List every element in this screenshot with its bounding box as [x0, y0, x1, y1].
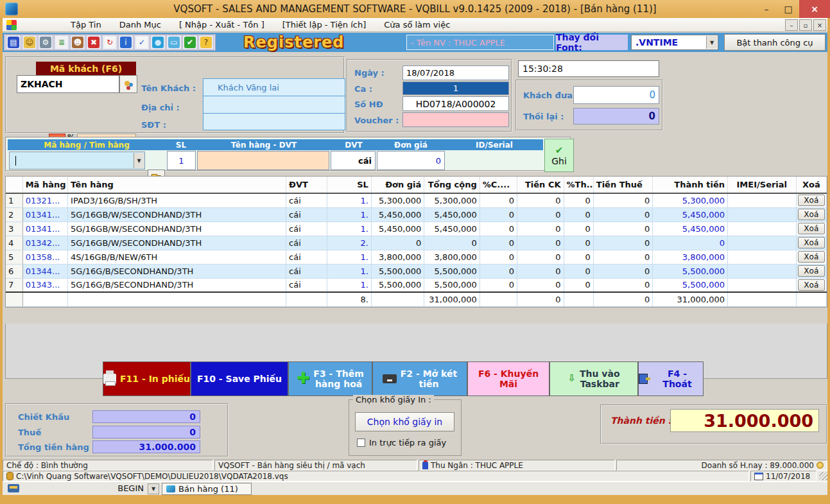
date-input[interactable]: 18/07/2018	[402, 65, 509, 80]
col-pct-tax[interactable]: %Th...	[564, 177, 593, 193]
mdi-restore-button[interactable]: ▫	[799, 19, 812, 31]
choose-paper-size-button[interactable]: Chọn khổ giấy in	[355, 412, 454, 431]
col-price[interactable]: Đơn giá	[371, 177, 424, 193]
table-row[interactable]: 4 01342... 5G/16GB/W/SECONDHAND/3TH cái …	[6, 236, 827, 250]
font-select[interactable]: .VNTIME ▼	[631, 35, 718, 50]
direct-print-checkbox[interactable]	[357, 439, 365, 447]
invoice-number-input[interactable]: HD0718/A000002	[402, 96, 509, 111]
customer-code-input[interactable]: ZKHACH	[17, 75, 119, 93]
table-row[interactable]: 2 01341... 5G/16GB/W/SECONDHAND/3TH cái …	[6, 207, 827, 222]
status-date[interactable]: 11/07/2018	[750, 471, 817, 482]
menu-inventory[interactable]: [ Nhập - Xuất - Tồn ]	[170, 18, 273, 32]
task-tab-ban-hang[interactable]: Bán hàng (11)	[162, 483, 252, 495]
close-button[interactable]: ×	[799, 0, 830, 18]
table-row[interactable]: 1 01321... IPAD3/16G/B/SH/3TH cái 1. 5,3…	[6, 193, 827, 207]
time-field[interactable]: 15:30:28	[518, 60, 659, 77]
entry-price-input[interactable]: 0	[377, 151, 445, 170]
cell-name: 4S/16GB/B/NEW/6TH	[68, 250, 286, 264]
save-icon[interactable]: ▤	[6, 35, 21, 50]
delete-row-button[interactable]: Xoá	[798, 237, 825, 248]
tools-icon[interactable]: ⚙	[38, 35, 53, 50]
cell-name: 5G/16G/B/SECONDHAND/3TH	[68, 264, 286, 278]
col-code[interactable]: Mã hàng	[22, 177, 67, 193]
cell-imei	[727, 250, 796, 264]
cell-amount: 0	[653, 236, 728, 250]
voucher-input[interactable]	[402, 112, 509, 127]
add-item-button[interactable]: ✚F3 - Thêm hàng hoá	[288, 361, 372, 396]
status-cashier: Thu Ngân : THUC APPLE	[419, 460, 615, 471]
col-delete[interactable]: Xoá	[796, 177, 826, 193]
chevron-down-icon[interactable]: ▼	[706, 36, 717, 49]
checkbox-icon[interactable]: ✔	[182, 35, 198, 50]
table-row[interactable]: 5 01358... 4S/16GB/B/NEW/6TH cái 1. 3,80…	[6, 250, 827, 264]
info-icon[interactable]: i	[118, 35, 134, 50]
cell-price: 3,800,000	[371, 250, 424, 264]
chevron-down-icon[interactable]: ▼	[134, 153, 144, 168]
minimize-button[interactable]: –	[756, 0, 777, 18]
col-ck[interactable]: Tiền CK	[517, 177, 564, 193]
menu-settings[interactable]: [Thiết lập - Tiện ích]	[273, 18, 375, 32]
users-icon[interactable]: ☻	[70, 35, 85, 50]
delete-row-button[interactable]: Xoá	[798, 279, 825, 291]
menu-catalog[interactable]: Danh Mục	[110, 18, 170, 32]
help-icon[interactable]: ?	[198, 35, 214, 50]
col-tax[interactable]: Tiền Thuế	[593, 177, 653, 193]
delete-row-button[interactable]: Xoá	[798, 195, 825, 206]
window-icon[interactable]: ▭	[166, 35, 182, 50]
refresh-icon[interactable]: ↻	[102, 35, 117, 50]
shift-field[interactable]: 1	[402, 82, 509, 95]
col-amount[interactable]: Thành tiền	[653, 177, 728, 193]
shift-label: Ca :	[354, 84, 372, 94]
cell-code: 01341...	[22, 222, 67, 236]
customer-name-input[interactable]: Khách Vãng lai	[203, 79, 345, 96]
save-receipt-button[interactable]: F10 - Save Phiếu	[191, 361, 288, 396]
begin-dropdown-button[interactable]: ▼	[148, 483, 159, 494]
refresh-doc-icon[interactable]: ≣	[54, 35, 69, 50]
status-mode: Chế độ : Bình thường	[3, 460, 213, 471]
table-row[interactable]: 6 01344... 5G/16G/B/SECONDHAND/3TH cái 1…	[6, 264, 827, 278]
registered-watermark: Registered	[243, 33, 345, 51]
mdi-close-button[interactable]: ×	[813, 19, 826, 31]
exit-button[interactable]: F4 - Thoát	[638, 361, 704, 396]
customer-address-input[interactable]	[203, 96, 345, 114]
entry-name-field[interactable]	[197, 151, 329, 170]
stop-icon[interactable]: ✖	[86, 35, 101, 50]
resize-grip[interactable]	[819, 472, 827, 480]
cell-code: 01342...	[22, 236, 67, 250]
entry-unit-field[interactable]: cái	[331, 151, 376, 170]
maximize-button[interactable]: □	[777, 0, 799, 18]
menu-file[interactable]: Tập Tin	[62, 18, 110, 32]
row-number: 6	[6, 264, 22, 278]
minimize-to-taskbar-button[interactable]: ⇩Thu vào Taskbar	[549, 361, 638, 396]
customer-phone-input[interactable]	[203, 114, 345, 131]
delete-row-button[interactable]: Xoá	[798, 251, 825, 263]
printer-status-icon[interactable]	[8, 484, 19, 492]
col-qty[interactable]: SL	[327, 177, 371, 193]
entry-qty-input[interactable]: 1	[167, 151, 196, 170]
cell-imei	[727, 236, 796, 250]
mdi-minimize-button[interactable]: –	[785, 19, 798, 31]
delete-row-button[interactable]: Xoá	[798, 223, 825, 234]
item-code-combo[interactable]: ▼	[9, 152, 145, 169]
toggle-toolbar-button[interactable]: Bật thanh công cụ	[724, 34, 826, 51]
customer-search-button[interactable]	[119, 75, 137, 93]
col-unit[interactable]: ĐVT	[286, 177, 327, 193]
save-line-button[interactable]: ✔ Ghi	[544, 139, 574, 172]
delete-row-button[interactable]: Xoá	[798, 265, 825, 277]
col-total[interactable]: Tổng cộng	[424, 177, 480, 193]
delete-row-button[interactable]: Xoá	[798, 209, 825, 220]
spellcheck-icon[interactable]: ✓	[134, 35, 150, 50]
col-imei[interactable]: IMEI/Serial	[727, 177, 796, 193]
cash-given-label: Khách đưa	[523, 91, 573, 100]
open-drawer-button[interactable]: F2 - Mở két tiền	[372, 361, 467, 396]
cash-given-input[interactable]: 0	[573, 86, 659, 104]
print-receipt-button[interactable]: F11 - In phiếu	[103, 361, 191, 396]
promotion-button[interactable]: F6 - Khuyến Mãi	[467, 361, 549, 396]
user-key-icon[interactable]: ☺	[22, 35, 37, 50]
globe-icon[interactable]: ●	[150, 35, 166, 50]
col-name[interactable]: Tên hàng	[68, 177, 286, 193]
col-pct-ck[interactable]: %C....	[480, 177, 517, 193]
table-row[interactable]: 3 01341... 5G/16GB/W/SECONDHAND/3TH cái …	[6, 222, 827, 236]
table-row[interactable]: 7 01343... 5G/16G/B/SECONDHAND/3TH cái 1…	[6, 278, 827, 292]
menu-windows[interactable]: Cửa sổ làm việc	[375, 18, 459, 32]
